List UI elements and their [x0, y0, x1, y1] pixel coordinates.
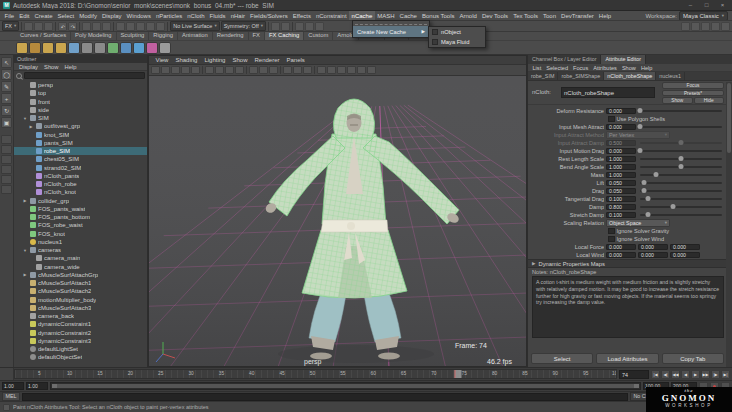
outliner-item-fos-robe-waist[interactable]: FOS_robe_waist [14, 221, 147, 229]
menu-create[interactable]: Create [32, 11, 55, 21]
menu-tex-tools[interactable]: Tex Tools [511, 11, 541, 21]
snap-to-grid-icon[interactable] [116, 22, 125, 31]
dynamic-properties-maps-section[interactable]: ▶ Dynamic Properties Maps [528, 259, 732, 268]
slider-rest-length-scale[interactable] [640, 158, 722, 160]
ipr-render-icon[interactable] [305, 22, 314, 31]
viewport-menu-panels[interactable]: Panels [283, 56, 308, 64]
ae-scrollbar-thumb[interactable] [727, 83, 731, 153]
gpu-cache-icon[interactable] [107, 42, 119, 54]
viewport-menu-lighting[interactable]: Lighting [201, 56, 229, 64]
field-mass[interactable]: 1.000 [606, 172, 636, 179]
ae-scrollbar[interactable] [726, 82, 732, 367]
menu-file[interactable]: File [2, 11, 17, 21]
outliner-item-front[interactable]: front [14, 98, 147, 106]
hypershade-toggle-icon[interactable] [691, 22, 700, 31]
menu-help[interactable]: Help [596, 11, 613, 21]
step-back-frame-button[interactable]: ◀◀ [671, 370, 680, 379]
outliner-item-fos-pants-waist[interactable]: FOS_pants_waist [14, 205, 147, 213]
expand-arrow-icon[interactable]: ▼ [22, 248, 28, 253]
outliner-item-cmusclesurfattach3[interactable]: cMuscleSurfAttach3 [14, 304, 147, 312]
wireframe-on-shaded-icon[interactable] [269, 66, 278, 74]
command-line-input[interactable] [22, 393, 628, 401]
snap-to-curve-icon[interactable] [126, 22, 135, 31]
make-live-icon[interactable] [156, 22, 165, 31]
field-lift[interactable]: 0.050 [606, 180, 636, 187]
menu-nconstraint[interactable]: nConstraint [313, 11, 349, 21]
outliner-item-robe-sim[interactable]: robe_SIM [14, 147, 147, 155]
ncloth-create-cache-icon[interactable] [16, 42, 28, 54]
new-scene-icon[interactable] [24, 22, 33, 31]
viewport-menu-shading[interactable]: Shading [172, 56, 201, 64]
focus-button[interactable]: Focus [662, 82, 724, 89]
workspace-selector[interactable]: Workspace: Maya Classic ▾ [645, 11, 732, 21]
attribute-editor-toggle-icon[interactable] [701, 22, 710, 31]
outliner-item-camera-main[interactable]: camera_main [14, 254, 147, 262]
construction-history-icon[interactable] [281, 22, 290, 31]
ae-menu-show[interactable]: Show [619, 64, 638, 71]
shelf-tab-custom[interactable]: Custom [304, 32, 333, 40]
outliner-item-top[interactable]: top [14, 89, 147, 97]
field-drag[interactable]: 0.050 [606, 188, 636, 195]
viewport-canvas[interactable]: persp Frame: 74 46.2 fps [149, 76, 526, 366]
gate-mask-icon[interactable] [347, 66, 356, 74]
four-pane-layout[interactable] [1, 145, 12, 154]
persp-graph-layout[interactable] [1, 175, 12, 184]
current-time-marker[interactable] [455, 370, 462, 378]
outliner-item-strand02-sim[interactable]: strand02_SIM [14, 164, 147, 172]
load-attributes-button[interactable]: Load Attributes [596, 353, 658, 364]
hypershade-persp-layout[interactable] [1, 185, 12, 194]
menu-ncloth[interactable]: nCloth [185, 11, 207, 21]
image-plane-icon[interactable] [191, 66, 200, 74]
render-icon[interactable] [295, 22, 304, 31]
camera-attributes-icon[interactable] [171, 66, 180, 74]
ncloth-merge-cache-icon[interactable] [55, 42, 67, 54]
slider-drag[interactable] [640, 190, 722, 192]
ae-menu-attributes[interactable]: Attributes [591, 64, 620, 71]
menu-tearoff-handle[interactable] [355, 21, 427, 25]
field-local-force-1[interactable]: 0.000 [638, 244, 668, 251]
menu-devtransfer[interactable]: DevTransfer [559, 11, 597, 21]
range-slider-bar[interactable] [52, 384, 639, 388]
anim-start-field[interactable]: 1.00 [2, 382, 24, 390]
slider-stretch-damp[interactable] [640, 214, 722, 216]
outliner-item-ncloth-robe[interactable]: nCloth_robe [14, 180, 147, 188]
use-all-lights-icon[interactable] [303, 66, 312, 74]
play-backwards-button[interactable]: ◀ [681, 370, 690, 379]
select-by-component-icon[interactable] [102, 22, 111, 31]
option-box-icon[interactable] [432, 29, 438, 35]
menu-fields-solvers[interactable]: Fields/Solvers [247, 11, 290, 21]
outliner-item-sim[interactable]: ▼SIM [14, 114, 147, 122]
time-slider[interactable]: 5101520253035404550556065707580859095100 [14, 369, 617, 379]
default-material-icon[interactable] [283, 66, 292, 74]
select-by-hierarchy-icon[interactable] [82, 22, 91, 31]
menu-arnold[interactable]: Arnold [457, 11, 479, 21]
range-handle-left[interactable] [52, 384, 57, 388]
snap-to-point-icon[interactable] [136, 22, 145, 31]
field-local-wind-0[interactable]: 0.000 [606, 252, 636, 259]
menu-item-create-new-cache[interactable]: Create New Cache ▶ [353, 26, 429, 37]
slider-damp[interactable] [640, 206, 722, 208]
field-bend-angle-scale[interactable]: 1.000 [606, 164, 636, 171]
rotate-tool[interactable]: ↻ [1, 105, 12, 116]
outliner-item-outfitvest-grp[interactable]: ▶outfitvest_grp [14, 122, 147, 130]
slider-bend-angle-scale[interactable] [640, 166, 722, 168]
field-stretch-damp[interactable]: 0.100 [606, 212, 636, 219]
outliner-item-cameras[interactable]: ▼cameras [14, 246, 147, 254]
ae-tab-nucleus1[interactable]: nucleus1 [656, 72, 685, 80]
ae-menu-focus[interactable]: Focus [571, 64, 591, 71]
field-tangential-drag[interactable]: 0.100 [606, 196, 636, 203]
outliner-search-input[interactable] [24, 72, 145, 79]
dropdown-input-attract-method[interactable]: Per Vertex▾ [606, 131, 670, 139]
step-forward-key-button[interactable]: |▶ [711, 370, 720, 379]
ae-menu-help[interactable]: Help [638, 64, 655, 71]
expand-arrow-icon[interactable]: ▼ [22, 116, 28, 121]
field-local-wind-1[interactable]: 0.000 [638, 252, 668, 259]
viewport-canvas-wrap[interactable]: persp Frame: 74 46.2 fps [149, 76, 526, 366]
menu-toon[interactable]: Toon [541, 11, 559, 21]
lasso-select-tool[interactable]: ◯ [1, 69, 12, 80]
menu-edit[interactable]: Edit [17, 11, 32, 21]
modeling-toolkit-toggle-icon[interactable] [681, 22, 690, 31]
outliner-menu-help[interactable]: Help [62, 63, 80, 70]
symmetry-selector[interactable]: Symmetry: Off▾ [221, 21, 266, 31]
two-pane-stacked-layout[interactable] [1, 165, 12, 174]
